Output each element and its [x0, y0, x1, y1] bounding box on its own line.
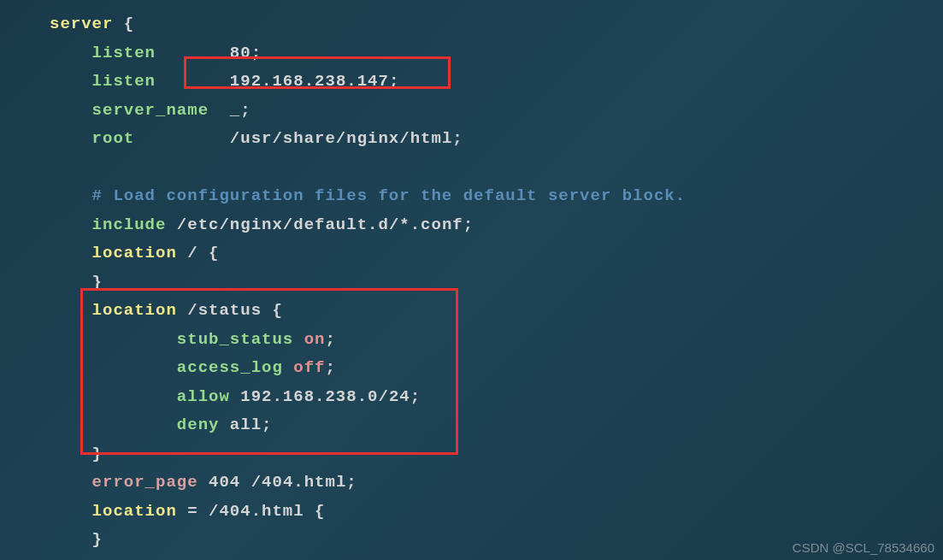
code-line: listen 80;: [50, 39, 943, 68]
code-line-comment: # Load configuration files for the defau…: [50, 182, 943, 211]
code-line: location = /404.html {: [50, 498, 943, 527]
brace: {: [315, 502, 325, 521]
keyword-deny: deny: [177, 416, 220, 434]
code-line: }: [50, 440, 943, 469]
keyword-root: root: [92, 129, 135, 148]
brace: }: [92, 530, 103, 549]
semicolon: ;: [240, 101, 250, 120]
code-line: deny all;: [50, 411, 943, 440]
keyword-servername: server_name: [92, 101, 209, 120]
keyword-location: location: [92, 502, 177, 521]
value-cidr: 192.168.238.0/24: [240, 387, 410, 406]
keyword-location: location: [92, 301, 177, 320]
code-line: location / {: [50, 239, 943, 268]
code-line: access_log off;: [50, 354, 943, 383]
brace: {: [209, 244, 219, 262]
semicolon: ;: [325, 358, 335, 377]
value-port: 80: [230, 44, 251, 62]
value-code: 404: [209, 473, 240, 492]
semicolon: ;: [389, 72, 399, 91]
value-all: all: [230, 416, 262, 434]
semicolon: ;: [463, 215, 474, 234]
keyword-listen: listen: [92, 44, 156, 62]
comment-text: # Load configuration files for the defau…: [92, 186, 687, 205]
code-line: }: [50, 268, 943, 298]
semicolon: ;: [346, 473, 357, 492]
brace: }: [92, 445, 103, 463]
code-line: error_page 404 /404.html;: [50, 469, 943, 498]
code-line: root /usr/share/nginx/html;: [50, 125, 943, 154]
brace: {: [272, 301, 282, 320]
code-line: allow 192.168.238.0/24;: [50, 383, 943, 412]
semicolon: ;: [262, 416, 272, 434]
value-path: /404.html: [209, 502, 304, 521]
value-ip: 192.168.238.147: [230, 72, 389, 91]
value-underscore: _: [230, 101, 240, 120]
semicolon: ;: [325, 330, 335, 349]
keyword-location: location: [92, 244, 177, 262]
code-line: server_name _;: [50, 97, 943, 126]
code-line: location /status {: [50, 297, 943, 326]
code-line: server {: [50, 10, 943, 39]
code-line: listen 192.168.238.147;: [50, 68, 943, 97]
code-line-blank: [50, 154, 943, 183]
value-on: on: [304, 330, 326, 349]
value-path: /usr/share/nginx/html: [230, 129, 452, 148]
keyword-allow: allow: [177, 387, 230, 406]
equals: =: [187, 502, 197, 521]
semicolon: ;: [452, 129, 463, 148]
value-path: /404.html: [251, 473, 347, 492]
semicolon: ;: [410, 387, 421, 406]
keyword-server: server: [50, 15, 113, 33]
keyword-listen: listen: [92, 72, 156, 91]
keyword-stubstatus: stub_status: [177, 330, 293, 349]
value-path: /etc/nginx/default.d/*.conf: [177, 215, 463, 234]
brace: }: [92, 273, 103, 292]
semicolon: ;: [251, 44, 262, 62]
value-path: /: [187, 244, 197, 262]
keyword-errorpage: error_page: [92, 473, 198, 492]
code-line: stub_status on;: [50, 326, 943, 355]
keyword-include: include: [92, 215, 167, 234]
value-path: /status: [187, 301, 262, 320]
brace: {: [113, 15, 134, 33]
keyword-accesslog: access_log: [177, 358, 283, 377]
code-line: include /etc/nginx/default.d/*.conf;: [50, 211, 943, 240]
watermark-text: CSDN @SCL_78534660: [793, 540, 934, 555]
code-block: server { listen 80; listen 192.168.238.1…: [0, 0, 943, 555]
value-off: off: [293, 358, 325, 377]
